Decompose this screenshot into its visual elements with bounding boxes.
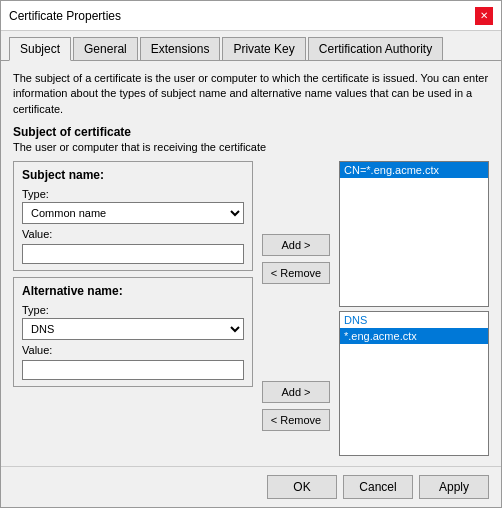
tab-extensions[interactable]: Extensions bbox=[140, 37, 221, 60]
middle-column: Add > < Remove Add > < Remove bbox=[261, 161, 331, 456]
alternative-name-group: Alternative name: Type: DNS Email UPN IP… bbox=[13, 277, 253, 387]
alt-type-select[interactable]: DNS Email UPN IP address URI bbox=[22, 318, 244, 340]
cancel-button[interactable]: Cancel bbox=[343, 475, 413, 499]
alt-name-item[interactable]: *.eng.acme.ctx bbox=[340, 328, 488, 344]
tab-content: The subject of a certificate is the user… bbox=[1, 61, 501, 466]
alt-name-list: DNS *.eng.acme.ctx bbox=[339, 311, 489, 456]
alt-value-input[interactable] bbox=[22, 360, 244, 380]
alt-name-title: Alternative name: bbox=[22, 284, 244, 298]
remove-alt-button[interactable]: < Remove bbox=[262, 409, 330, 431]
tabs-bar: Subject General Extensions Private Key C… bbox=[1, 31, 501, 61]
alt-buttons: Add > < Remove bbox=[261, 309, 331, 456]
title-bar-left: Certificate Properties bbox=[9, 9, 121, 23]
close-button[interactable]: ✕ bbox=[475, 7, 493, 25]
tab-subject[interactable]: Subject bbox=[9, 37, 71, 61]
right-panel: CN=*.eng.acme.ctx DNS *.eng.acme.ctx bbox=[339, 161, 489, 456]
dialog-button-bar: OK Cancel Apply bbox=[1, 466, 501, 507]
alt-type-label: Type: bbox=[22, 304, 244, 316]
subject-type-label: Type: bbox=[22, 188, 244, 200]
certificate-properties-dialog: Certificate Properties ✕ Subject General… bbox=[0, 0, 502, 508]
subject-name-title: Subject name: bbox=[22, 168, 244, 182]
title-bar: Certificate Properties ✕ bbox=[1, 1, 501, 31]
subject-type-select[interactable]: Common name Organization Organizational … bbox=[22, 202, 244, 224]
section-title: Subject of certificate bbox=[13, 125, 489, 139]
tab-general[interactable]: General bbox=[73, 37, 138, 60]
ok-button[interactable]: OK bbox=[267, 475, 337, 499]
subject-value-label: Value: bbox=[22, 228, 244, 240]
section-subtitle: The user or computer that is receiving t… bbox=[13, 141, 489, 153]
alt-name-dns-label: DNS bbox=[340, 312, 488, 328]
remove-subject-button[interactable]: < Remove bbox=[262, 262, 330, 284]
subject-value-input[interactable] bbox=[22, 244, 244, 264]
main-area: Subject name: Type: Common name Organiza… bbox=[13, 161, 489, 456]
subject-name-list: CN=*.eng.acme.ctx bbox=[339, 161, 489, 306]
alt-value-label: Value: bbox=[22, 344, 244, 356]
add-subject-button[interactable]: Add > bbox=[262, 234, 330, 256]
tab-private-key[interactable]: Private Key bbox=[222, 37, 305, 60]
title-text: Certificate Properties bbox=[9, 9, 121, 23]
description-text: The subject of a certificate is the user… bbox=[13, 71, 489, 117]
subject-name-group: Subject name: Type: Common name Organiza… bbox=[13, 161, 253, 271]
apply-button[interactable]: Apply bbox=[419, 475, 489, 499]
tab-certification-authority[interactable]: Certification Authority bbox=[308, 37, 443, 60]
subject-buttons: Add > < Remove bbox=[261, 161, 331, 308]
add-alt-button[interactable]: Add > bbox=[262, 381, 330, 403]
left-panel: Subject name: Type: Common name Organiza… bbox=[13, 161, 253, 456]
subject-name-item[interactable]: CN=*.eng.acme.ctx bbox=[340, 162, 488, 178]
